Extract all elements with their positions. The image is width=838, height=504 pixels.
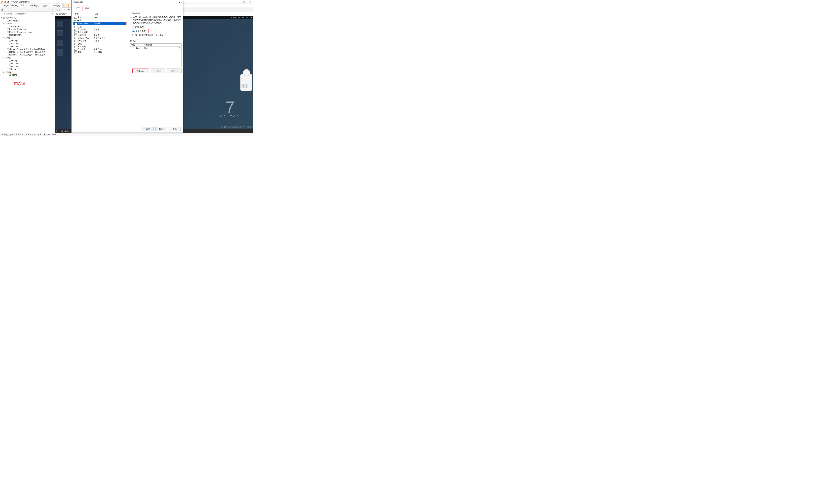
tree-item-storage-oracle[interactable]: storage（oracle安装完毕，dbca未建库） (9, 48, 46, 51)
vm-icon (9, 68, 11, 70)
volume-icon[interactable]: 🔊 (246, 16, 248, 19)
input-mascot[interactable]: 英 ; 简 (240, 74, 252, 91)
option-row-access[interactable]: 访问控制未加密 (73, 34, 127, 37)
highlight-options-tab: 选项 (82, 6, 92, 11)
option-row-guest[interactable]: 客户机隔离 (73, 31, 127, 34)
library-title: 库 (1, 8, 3, 11)
option-row-adv[interactable]: 高级默认/默认 (73, 51, 127, 54)
menu-file[interactable]: 文件(F) (1, 4, 10, 7)
folder-enabled-check[interactable]: ☑ (177, 47, 181, 50)
desktop-icon[interactable] (55, 40, 65, 46)
svg-line-1 (3, 14, 3, 15)
tree-item-rhel[interactable]: Red Hat Enterprise Linux (9, 31, 32, 33)
terminal-tab[interactable]: ▣ [djs@l (60, 130, 71, 133)
menu-vm[interactable]: 虚拟机(M) (29, 4, 40, 7)
radio-always[interactable]: 总是启用(E) (130, 30, 148, 33)
fullscreen-icon[interactable]: ⛶ (56, 130, 58, 132)
cancel-button[interactable]: 取消 (155, 127, 167, 131)
tree-item-racnode1[interactable]: racnode1 (11, 42, 20, 45)
desktop-icon-selected[interactable] (55, 49, 65, 55)
tree-item-rac[interactable]: rac (7, 37, 10, 39)
library-panel: 库 X ▾ ⊟🖥我的计算机 hadoop100 ⊟hbase hadoop103… (0, 8, 55, 133)
tree-item-storage[interactable]: storage (11, 39, 18, 42)
tree-item-hbase[interactable]: hbase (7, 22, 13, 25)
tree-item-storage2[interactable]: storage (11, 59, 18, 62)
tree-item-racnode2[interactable]: racnode2 (11, 45, 20, 48)
option-icon (74, 51, 77, 53)
vm-icon (7, 54, 9, 56)
radio-until-next[interactable]: 在下次关机或挂起前一直启用(U) (130, 33, 181, 37)
group-folders-title: 文件夹(F) (130, 39, 181, 42)
option-row-vnc[interactable]: VNC 连接已禁用 (73, 39, 127, 42)
tree-item-racnode1b[interactable]: racnode1 (11, 62, 20, 65)
app-icon (1, 1, 3, 3)
tree-item-hadoop100[interactable]: hadoop100 (9, 20, 19, 22)
option-row-autologin[interactable]: 自动登录不受支持 (73, 48, 127, 51)
window-maximize[interactable]: □ (241, 0, 247, 4)
desktop-icon[interactable] (55, 30, 65, 37)
option-row-tools[interactable]: VMware Tools关闭时间同步 (73, 37, 127, 39)
tab-nav-fwd[interactable]: ▶ (59, 8, 62, 12)
col-name: 名称 (130, 43, 143, 47)
option-row-snapshot[interactable]: 快照 (73, 25, 127, 28)
tab-options[interactable]: 选项 (83, 6, 92, 11)
tree-item-racnode1-oracle[interactable]: racnode1（oracle安装完毕，dbca未建库） (9, 51, 48, 53)
dialog-titlebar[interactable]: 虚拟机设置 ✕ (72, 0, 183, 5)
watermark: CSDN @孤客网络科技工作室 (221, 126, 252, 129)
tree-item-spark-vm[interactable]: spark (12, 74, 17, 76)
option-row-device[interactable]: 设备视图 (73, 45, 127, 48)
tab-nav-back[interactable]: ◀ (56, 8, 59, 12)
vm-icon (7, 29, 9, 30)
option-row-shared[interactable]: 共享文件夹已启用 (74, 22, 126, 25)
share-warning: ⚠ 共享文件夹会将您的文件显示给虚拟机中的程序。这可能为您的计算机和数据带来风险… (130, 16, 181, 24)
apps-label: 应用程序 (59, 13, 67, 15)
library-close-button[interactable]: X (52, 8, 53, 11)
option-row-general[interactable]: 常规spark (73, 16, 127, 19)
tree-item-rac2[interactable]: rac2 (7, 57, 11, 59)
tree-item-racgrp[interactable]: rac集群宽隆包 (9, 34, 22, 36)
window-close[interactable]: ✕ (247, 0, 253, 4)
folder-props-button[interactable]: 属性(P) (167, 69, 181, 73)
menu-tabs[interactable]: 选项卡(T) (40, 4, 52, 7)
warning-icon: ⚠ (130, 16, 132, 24)
tree-item-rhe[interactable]: Red Hat Enterprise (9, 28, 26, 31)
help-button[interactable]: 帮助 (169, 127, 180, 131)
ok-button[interactable]: 确定 (142, 127, 154, 131)
tree-root[interactable]: 我的计算机 (5, 16, 16, 19)
tree-item-racnode2b[interactable]: racnode2 (11, 65, 20, 68)
highlight-add-button: 添加(A)... (132, 69, 149, 73)
tree-item-racnode2-oracle[interactable]: racnode2（oracle安装完毕，dbca未建库） (9, 53, 48, 56)
menu-edit[interactable]: 编辑(E) (10, 4, 19, 7)
search-input[interactable] (3, 12, 51, 15)
folder-row[interactable]: 🗀wshare H:\␣ ☑ (130, 47, 181, 50)
vm-icon (9, 66, 11, 67)
radio-disabled[interactable]: 已禁用(D) (130, 25, 181, 29)
desktop-icon[interactable] (55, 21, 65, 27)
power-icon[interactable]: ⏻ (250, 16, 252, 19)
dialog-close-button[interactable]: ✕ (177, 1, 182, 4)
option-icon (74, 43, 77, 45)
tree-item-hadoop103[interactable]: hadoop103 (11, 25, 21, 28)
vm-icon (7, 31, 9, 33)
option-row-autoprotect[interactable]: 自动保护已禁用 (73, 28, 127, 31)
tab-hardware[interactable]: 硬件 (73, 6, 82, 11)
tree-item-temp[interactable]: temp (11, 68, 16, 70)
library-header: 库 X (0, 8, 55, 12)
separator (62, 4, 65, 7)
search-dropdown-icon[interactable]: ▾ (51, 13, 54, 15)
toolbar-pause-button[interactable] (65, 4, 70, 7)
option-row-unity[interactable]: Unity (73, 42, 127, 45)
folders-list[interactable]: 名称主机路径 🗀wshare H:\␣ ☑ (130, 43, 181, 67)
window-minimize[interactable]: ─ (235, 0, 241, 4)
add-folder-button[interactable]: 添加(A)... (133, 69, 149, 73)
settings-list: 设置摘要 常规spark电源共享文件夹已启用快照自动保护已禁用客户机隔离访问控制… (73, 12, 127, 76)
menu-help[interactable]: 帮助(H) (52, 4, 61, 7)
centos-logo: 7 CENTOS (220, 100, 240, 118)
option-row-power[interactable]: 电源 (73, 19, 127, 22)
vm-tree[interactable]: ⊟🖥我的计算机 hadoop100 ⊟hbase hadoop103 Red H… (0, 16, 55, 133)
vm-icon (7, 51, 9, 53)
menu-view[interactable]: 查看(V) (19, 4, 29, 7)
remove-folder-button[interactable]: 移除(R) (151, 69, 165, 73)
tree-item-spark-folder[interactable]: spark (7, 71, 12, 73)
highlight-always-enable: 总是启用(E) (130, 29, 149, 33)
